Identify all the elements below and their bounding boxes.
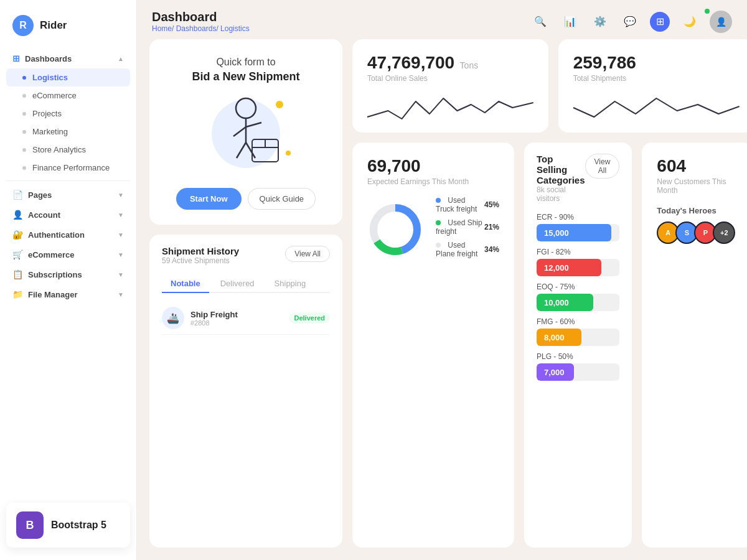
category-bar: 7,000: [537, 363, 574, 381]
chart-icon[interactable]: 📊: [560, 12, 580, 32]
dashboards-label: Dashboards: [25, 54, 72, 63]
legend-ship: Used Ship freight 21%: [436, 218, 499, 236]
tab-delivered[interactable]: Delivered: [212, 275, 263, 293]
plane-pct: 34%: [484, 245, 499, 254]
heroes-title: Today's Heroes: [657, 206, 739, 215]
start-now-button[interactable]: Start Now: [176, 188, 242, 210]
breadcrumb: Home/ Dashboards/ Logistics: [152, 24, 250, 33]
ecommerce-nav-item[interactable]: 🛒 eCommerce ▼: [6, 245, 130, 264]
legend-truck: Used Truck freight 45%: [436, 196, 499, 213]
messages-icon[interactable]: 💬: [620, 12, 640, 32]
shipment-view-all[interactable]: View All: [285, 246, 330, 262]
account-item[interactable]: 👤 Account ▼: [6, 205, 130, 225]
category-bar: 8,000: [537, 329, 581, 346]
search-icon[interactable]: 🔍: [530, 12, 550, 32]
category-label: FMG - 60%: [537, 317, 619, 326]
bootstrap-label: Bootstrap 5: [51, 520, 106, 531]
dashboards-icon: ⊞: [12, 54, 20, 63]
nav-pages: 📄 Pages ▼ 👤 Account ▼ 🔐 Authentication ▼…: [0, 185, 136, 304]
customers-number-row: 604: [657, 156, 739, 176]
sidebar-item-store-analytics[interactable]: Store Analytics: [6, 141, 130, 159]
sidebar-item-marketing[interactable]: Marketing: [6, 123, 130, 141]
subscriptions-chevron: ▼: [118, 271, 124, 278]
ship-label: Used Ship freight: [436, 218, 482, 236]
yellow-dot-2: [286, 151, 291, 156]
pages-chevron: ▼: [118, 192, 124, 198]
total-sales-label: Total Online Sales: [367, 74, 533, 83]
avatar[interactable]: 👤: [710, 11, 732, 33]
stat-number-row: 259,786: [573, 53, 740, 73]
total-sales-card: 47,769,700 Tons Total Online Sales: [352, 39, 548, 133]
categories-header: Top Selling Categories 8k social visitor…: [537, 154, 619, 210]
promo-buttons: Start Now Quick Guide: [176, 188, 316, 210]
hero-avatar: +2: [713, 222, 735, 244]
sidebar-item-logistics[interactable]: Logistics: [6, 68, 130, 86]
file-manager-label: File Manager: [28, 290, 77, 299]
customers-label: New Customers This Month: [657, 177, 739, 195]
categories-view-all[interactable]: View All: [585, 154, 620, 179]
total-sales-number: 47,769,700: [367, 53, 454, 72]
header: Dashboard Home/ Dashboards/ Logistics 🔍 …: [137, 0, 747, 39]
sidebar-item-finance[interactable]: Finance Performance: [6, 159, 130, 177]
bootstrap-icon: B: [16, 511, 44, 539]
status-badge: Delivered: [289, 312, 330, 324]
nav-separator: [6, 180, 130, 181]
sidebar: R Rider ⊞ Dashboards ▲ Logistics eCommer…: [0, 0, 137, 560]
nav-dashboards: ⊞ Dashboards ▲ Logistics eCommerce Proje…: [0, 49, 136, 177]
subscriptions-item[interactable]: 📋 Subscriptions ▼: [6, 264, 130, 284]
truck-dot: [436, 198, 441, 203]
tab-notable[interactable]: Notable: [162, 275, 209, 293]
ship-pct: 21%: [484, 223, 499, 231]
plane-dot: [436, 243, 441, 248]
sidebar-item-label: Marketing: [32, 127, 68, 136]
earnings-card: 69,700 Expected Earnings This Month: [352, 142, 514, 548]
stats-row: 47,769,700 Tons Total Online Sales 259,7…: [352, 39, 747, 133]
auth-label: Authentication: [28, 230, 85, 240]
sales-chart: [367, 89, 533, 126]
svg-line-3: [246, 123, 261, 127]
total-shipments-number: 259,786: [573, 53, 636, 72]
list-item: ECR - 90% 15,000: [537, 213, 619, 241]
ship-dot: [436, 220, 441, 225]
main-area: Dashboard Home/ Dashboards/ Logistics 🔍 …: [137, 0, 747, 560]
sidebar-item-ecommerce[interactable]: eCommerce: [6, 86, 130, 105]
earnings-content: Used Truck freight 45% Used Ship freight…: [367, 196, 499, 263]
category-bar: 15,000: [537, 224, 611, 241]
auth-item[interactable]: 🔐 Authentication ▼: [6, 225, 130, 245]
sidebar-item-projects[interactable]: Projects: [6, 105, 130, 123]
breadcrumb-current: Logistics: [220, 24, 250, 33]
earnings-label: Expected Earnings This Month: [367, 177, 499, 186]
category-label: EOQ - 75%: [537, 282, 619, 291]
category-bar-bg: 7,000: [537, 363, 619, 381]
list-item: FMG - 60% 8,000: [537, 317, 619, 346]
truck-label: Used Truck freight: [436, 196, 477, 213]
ecommerce-label: eCommerce: [28, 250, 74, 259]
logo[interactable]: R Rider: [0, 10, 136, 49]
dark-mode-icon[interactable]: 🌙: [680, 12, 700, 32]
shipment-subtitle: 59 Active Shipments: [162, 256, 239, 265]
pages-item[interactable]: 📄 Pages ▼: [6, 185, 130, 205]
promo-figure: [205, 93, 286, 175]
category-label: PLG - 50%: [537, 352, 619, 361]
file-manager-item[interactable]: 📁 File Manager ▼: [6, 284, 130, 304]
logo-icon: R: [12, 15, 34, 36]
promo-subtitle: Bid a New Shipment: [192, 70, 299, 83]
tab-shipping[interactable]: Shipping: [266, 275, 315, 293]
table-row: 🚢 Ship Freight #2808 Delivered: [162, 302, 330, 335]
grid-icon[interactable]: ⊞: [650, 12, 670, 32]
shipment-header: Shipment History 59 Active Shipments Vie…: [162, 246, 330, 273]
shipment-tabs: Notable Delivered Shipping: [162, 275, 330, 293]
shipment-title: Shipment History: [162, 246, 239, 256]
quick-guide-button[interactable]: Quick Guide: [248, 188, 316, 210]
truck-pct: 45%: [484, 200, 499, 209]
category-bar-bg: 15,000: [537, 224, 619, 241]
dot-icon: [22, 166, 26, 170]
dashboards-group[interactable]: ⊞ Dashboards ▲: [6, 49, 130, 68]
logo-name: Rider: [40, 19, 67, 32]
category-value: 10,000: [544, 298, 569, 307]
category-value: 15,000: [544, 228, 569, 238]
svg-line-2: [233, 127, 246, 136]
auth-chevron: ▼: [118, 231, 124, 238]
category-bar: 12,000: [537, 259, 601, 276]
settings-icon[interactable]: ⚙️: [590, 12, 610, 32]
